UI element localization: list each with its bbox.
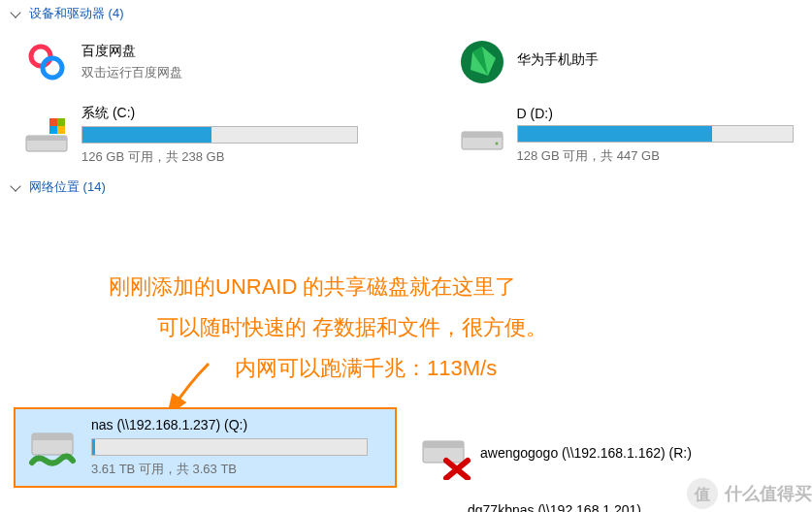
- network-drive-disconnected-icon: [414, 431, 472, 481]
- drive-usage-bar: [81, 126, 358, 144]
- app-subtitle: 双击运行百度网盘: [81, 64, 368, 81]
- network-drive-nas[interactable]: nas (\\192.168.1.237) (Q:) 3.61 TB 可用，共 …: [14, 407, 397, 488]
- network-items-row: nas (\\192.168.1.237) (Q:) 3.61 TB 可用，共 …: [14, 407, 763, 488]
- drive-icon: [19, 109, 74, 163]
- network-drive-partial: dg77kbnas (\\192.168.1.201): [468, 502, 641, 512]
- watermark: 值 什么值得买: [686, 477, 812, 510]
- svg-rect-13: [462, 132, 503, 138]
- svg-point-1: [43, 58, 62, 78]
- app-title: 华为手机助手: [517, 51, 803, 69]
- network-drive-usage-text: 3.61 TB 可用，共 3.63 TB: [91, 461, 387, 478]
- devices-section-title: 设备和驱动器 (4): [29, 5, 124, 22]
- annotation-line2: 可以随时快速的 存数据和文件，很方便。: [109, 307, 547, 348]
- svg-rect-6: [26, 136, 67, 141]
- drive-label: D (D:): [517, 106, 803, 121]
- watermark-text: 什么值得买: [725, 482, 812, 505]
- annotation-line1: 刚刚添加的UNRAID 的共享磁盘就在这里了: [109, 267, 547, 307]
- chevron-down-icon: [10, 180, 20, 191]
- app-huawei-assistant[interactable]: 华为手机助手: [455, 35, 803, 89]
- svg-text:值: 值: [694, 486, 710, 502]
- baidu-netdisk-icon: [19, 35, 74, 89]
- drive-usage-bar: [517, 125, 794, 143]
- svg-rect-18: [423, 441, 464, 448]
- drive-usage-text: 128 GB 可用，共 447 GB: [517, 147, 803, 165]
- devices-section-header[interactable]: 设备和驱动器 (4): [0, 0, 812, 27]
- devices-drives-row: 系统 (C:) 126 GB 可用，共 238 GB D (D:) 128 GB…: [0, 97, 812, 174]
- network-section-title: 网络位置 (14): [29, 178, 106, 196]
- svg-rect-8: [49, 118, 57, 126]
- svg-rect-11: [57, 126, 65, 134]
- svg-point-14: [495, 142, 498, 144]
- huawei-assistant-icon: [455, 35, 509, 89]
- app-baidu-netdisk[interactable]: 百度网盘 双击运行百度网盘: [19, 35, 368, 89]
- watermark-icon: 值: [686, 477, 719, 510]
- svg-point-0: [31, 47, 50, 66]
- drive-usage-text: 126 GB 可用，共 238 GB: [81, 148, 368, 166]
- drive-c[interactable]: 系统 (C:) 126 GB 可用，共 238 GB: [19, 105, 368, 166]
- svg-rect-10: [49, 126, 57, 134]
- drive-icon: [455, 109, 509, 163]
- network-drive-icon: [23, 423, 81, 473]
- devices-apps-row: 百度网盘 双击运行百度网盘 华为手机助手: [0, 27, 812, 97]
- network-section-header[interactable]: 网络位置 (14): [0, 174, 812, 201]
- app-title: 百度网盘: [81, 43, 368, 60]
- network-drive-label: nas (\\192.168.1.237) (Q:): [91, 417, 387, 432]
- drive-label: 系统 (C:): [81, 105, 368, 122]
- svg-rect-9: [57, 118, 65, 126]
- svg-rect-16: [32, 433, 73, 440]
- drive-d[interactable]: D (D:) 128 GB 可用，共 447 GB: [455, 105, 803, 166]
- network-drive-label: awengogogo (\\192.168.1.162) (R:): [480, 443, 763, 464]
- network-drive-usage-bar: [91, 438, 368, 456]
- chevron-down-icon: [10, 7, 20, 17]
